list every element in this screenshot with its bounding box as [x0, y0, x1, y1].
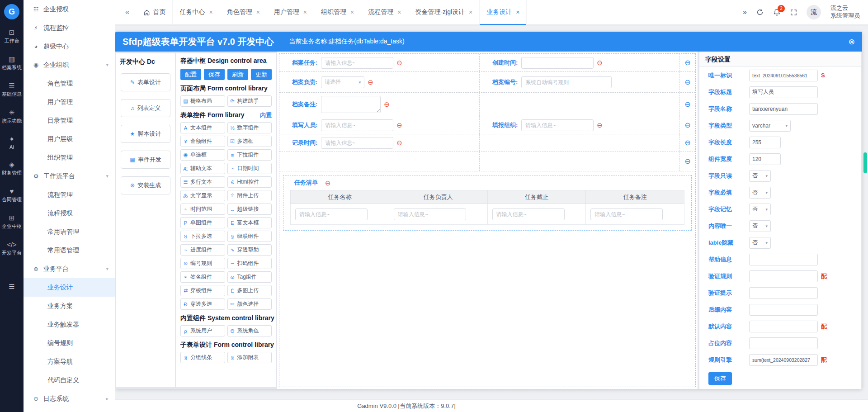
remove-field-icon[interactable]: ⊖: [597, 122, 603, 128]
control-color-picker[interactable]: ✏ 颜色选择: [227, 298, 272, 310]
control-time-range[interactable]: ≈ 时间范围: [180, 204, 225, 215]
control-multi-image-upload[interactable]: È 多图上传: [227, 285, 272, 296]
sidebar-item-process-mgmt[interactable]: 流程管理: [24, 185, 115, 204]
sidebar-item-log-system[interactable]: ⊙ 日志系统 ▸: [24, 389, 115, 408]
tabs-expand-icon[interactable]: »: [743, 8, 747, 16]
control-checkbox[interactable]: ☑ 多选框: [227, 136, 272, 147]
vertical-scrollbar-thumb[interactable]: [863, 152, 867, 173]
control-radio[interactable]: ◉ 单选框: [180, 149, 225, 161]
control-scan-code[interactable]: ∼ 扫码组件: [227, 258, 272, 269]
dev-item-event-dev[interactable]: ▦ 事件开发: [121, 151, 170, 169]
rail-item-enterprise-hub[interactable]: ⊞ 企业中枢: [2, 214, 22, 230]
control-progress[interactable]: ~ 进度组件: [180, 244, 225, 256]
tab-process-mgmt[interactable]: 流程管理 ×: [361, 0, 408, 25]
sidebar-item-catalog-mgmt[interactable]: 目录管理: [24, 111, 115, 130]
field-length-input[interactable]: [749, 137, 781, 148]
sidebar-item-user-level[interactable]: 用户层级: [24, 130, 115, 148]
sidebar-item-business-trigger[interactable]: 业务触发器: [24, 315, 115, 334]
sidebar-item-phrases-mgmt-2[interactable]: 常用语管理: [24, 241, 115, 260]
control-number[interactable]: ½ 数字组件: [227, 122, 272, 133]
rail-item-archive-system[interactable]: ▥ 档案系统: [2, 55, 22, 71]
rail-item-demo-features[interactable]: ✳ 演示功能: [2, 109, 22, 124]
sidebar-item-process-monitor[interactable]: ⚡ 流程监控: [24, 19, 115, 37]
da-task-input[interactable]: [321, 57, 393, 69]
builtin-link[interactable]: 内置: [260, 111, 272, 119]
configure-link[interactable]: 配: [821, 356, 827, 364]
da-number-input[interactable]: [521, 76, 612, 88]
remove-field-icon[interactable]: ⊖: [396, 59, 402, 66]
control-hyperlink[interactable]: ↔ 超级链接: [227, 204, 272, 215]
required-select[interactable]: 否▾: [749, 187, 771, 199]
rule-engine-input[interactable]: [749, 354, 818, 366]
control-penetrate-multi[interactable]: Ð 穿透多选: [180, 298, 225, 310]
refresh-button[interactable]: 刷新: [227, 69, 248, 80]
control-sys-user[interactable]: ρ 系统用户: [180, 325, 225, 336]
tab-user-mgmt[interactable]: 用户管理 ×: [267, 0, 314, 25]
dev-item-form-design[interactable]: ✎ 表单设计: [121, 73, 170, 91]
dev-item-list-define[interactable]: ♫ 列表定义: [121, 99, 170, 117]
control-multiline[interactable]: ☰ 多行文本: [180, 176, 225, 188]
sidebar-item-business-platform[interactable]: ⊕ 业务平台 ▾: [24, 260, 115, 278]
canvas-field-da-remark[interactable]: 档案备注:⊖: [279, 93, 480, 116]
sidebar-item-business-plan[interactable]: 业务方案: [24, 297, 115, 315]
memory-select[interactable]: 否▾: [749, 204, 771, 215]
fill-org-input[interactable]: [521, 119, 594, 131]
field-type-select[interactable]: varchar▾: [749, 120, 791, 132]
control-numbering-rule[interactable]: ⊙ 编号规则: [180, 258, 225, 269]
sidebar-item-user-mgmt[interactable]: 用户管理: [24, 93, 115, 111]
tab-role-mgmt[interactable]: 角色管理 ×: [220, 0, 267, 25]
save-button[interactable]: 保存: [204, 69, 225, 80]
unique-content-select[interactable]: 否▾: [749, 220, 771, 232]
field-title-input[interactable]: [749, 86, 818, 98]
sidebar-item-business-design[interactable]: 业务设计: [24, 278, 115, 297]
remove-row-icon[interactable]: ⊖: [684, 122, 690, 129]
remove-field-icon[interactable]: ⊖: [384, 101, 390, 108]
control-dropdown[interactable]: ≡ 下拉组件: [227, 149, 272, 161]
control-dropdown-multi[interactable]: S 下拉多选: [180, 231, 225, 242]
subtable-input-4[interactable]: [590, 208, 663, 220]
control-single-image[interactable]: P 单图组件: [180, 217, 225, 228]
remove-field-icon[interactable]: ⊖: [396, 122, 402, 128]
control-datetime[interactable]: ◔ 日期时间: [227, 163, 272, 174]
dev-item-install-generate[interactable]: ⊛ 安装生成: [121, 176, 170, 194]
tab-close-icon[interactable]: ×: [303, 9, 307, 15]
canvas-field-record-time[interactable]: 记录时间:⊖: [279, 134, 480, 151]
unique-id-input[interactable]: [749, 70, 818, 81]
da-remark-textarea[interactable]: [321, 96, 381, 113]
canvas-field-fill-person[interactable]: 填写人员:⊖: [279, 116, 480, 134]
user-info[interactable]: 流之云 系统管理员: [830, 5, 860, 20]
remove-field-icon[interactable]: ⊖: [597, 59, 603, 66]
sidebar-item-workflow-platform[interactable]: ⚙ 工作流平台 ▾: [24, 167, 115, 185]
sidebar-item-plan-nav[interactable]: 方案导航: [24, 352, 115, 371]
canvas-field-fill-org[interactable]: 填报组织:⊖: [480, 116, 680, 134]
sidebar-item-phrases-mgmt[interactable]: 常用语管理: [24, 223, 115, 241]
comp-width-input[interactable]: [749, 153, 781, 165]
tab-close-icon[interactable]: ×: [469, 9, 472, 15]
tab-fund-mgmt[interactable]: 资金管理-zjgl设计 ×: [408, 0, 480, 25]
control-group-line[interactable]: § 分组线条: [180, 352, 225, 363]
default-content-input[interactable]: [749, 321, 818, 332]
menu-toggle-icon[interactable]: ☰: [9, 283, 14, 291]
tab-org-mgmt[interactable]: 组织管理 ×: [314, 0, 361, 25]
sidebar-item-org-mgmt[interactable]: 组织管理: [24, 148, 115, 167]
fullscreen-icon[interactable]: [790, 9, 797, 16]
configure-link[interactable]: 配: [821, 272, 827, 280]
label-hide-select[interactable]: 否▾: [749, 237, 771, 249]
record-time-input[interactable]: [321, 137, 393, 149]
config-button[interactable]: 配置: [180, 69, 201, 80]
control-amount[interactable]: ¥ 金额组件: [180, 136, 225, 147]
readonly-select[interactable]: 否▾: [749, 170, 771, 182]
tab-close-icon[interactable]: ×: [209, 9, 212, 15]
control-html[interactable]: € Html控件: [227, 176, 272, 188]
field-name-input[interactable]: [749, 103, 818, 115]
canvas-field-da-number[interactable]: 档案编号:: [480, 72, 680, 92]
sidebar-item-role-mgmt[interactable]: 角色管理: [24, 74, 115, 93]
control-grid-layout[interactable]: ▤ 栅格布局: [180, 95, 225, 107]
avatar[interactable]: 流: [807, 5, 821, 19]
remove-row-icon[interactable]: ⊖: [684, 101, 690, 108]
rail-item-workbench[interactable]: ⊡ 工作台: [2, 28, 22, 44]
control-add-subtable[interactable]: § 添加附表: [227, 352, 272, 363]
notifications-icon[interactable]: 2: [773, 9, 781, 16]
control-penetrate-help[interactable]: ∿ 穿透帮助: [227, 244, 272, 256]
control-transfer[interactable]: ⇄ 穿梭组件: [180, 285, 225, 296]
